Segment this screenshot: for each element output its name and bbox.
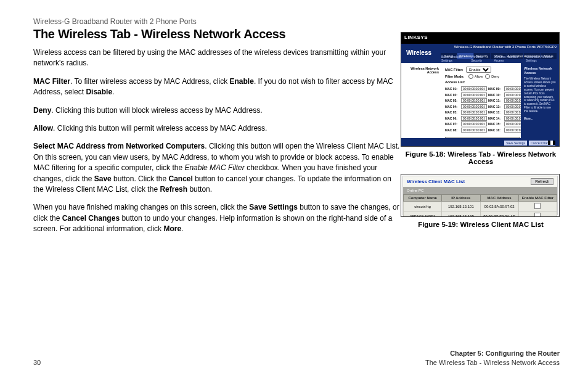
cell-mac: 00:02:8A:50:97:02 bbox=[480, 202, 518, 211]
cancel-changes-word: Cancel Changes bbox=[62, 214, 120, 223]
save-settings-button[interactable]: Save Settings bbox=[504, 141, 527, 145]
cell-name: JBEACA-W2E1 bbox=[404, 211, 442, 218]
cancel-word: Cancel bbox=[168, 174, 192, 183]
mac-row: MAC 01:MAC 09: bbox=[445, 86, 517, 91]
sub-tabs: Basic Wireless Settings Wireless Securit… bbox=[441, 55, 557, 63]
mac-label: MAC 04: bbox=[445, 105, 460, 109]
mac-filter-label-mini: MAC Filter: bbox=[445, 68, 466, 72]
text: . bbox=[181, 224, 183, 233]
client-table: Computer Name IP Address MAC Address Ena… bbox=[403, 194, 557, 217]
help-panel: Wireless Network Access The Wireless Net… bbox=[521, 63, 559, 147]
side-label-area: Wireless Network Access bbox=[401, 63, 441, 147]
mac-list-window: Wireless Client MAC List Refresh Online … bbox=[402, 176, 558, 215]
online-pc-band: Online PC bbox=[403, 187, 557, 194]
deny-label: Deny bbox=[33, 106, 51, 115]
cell-mac: 00:09:7C:F2:2A:AE bbox=[480, 211, 518, 218]
help-more-link[interactable]: More... bbox=[524, 117, 556, 121]
page: Wireless-G Broadband Router with 2 Phone… bbox=[0, 0, 588, 381]
select-label: Select MAC Address from Networked Comput… bbox=[33, 142, 205, 150]
refresh-word: Refresh bbox=[160, 185, 187, 194]
hero-banner: Wireless Wireless-G Broadband Router wit… bbox=[401, 44, 559, 63]
help-title: Wireless Network Access bbox=[524, 67, 556, 75]
allow-radio-label: Allow bbox=[475, 75, 483, 78]
footer-section: The Wireless Tab - Wireless Network Acce… bbox=[425, 358, 560, 367]
deny-paragraph: Deny. Clicking this button will block wi… bbox=[33, 105, 403, 116]
col-mac-address: MAC Address bbox=[480, 195, 518, 202]
cisco-logo-icon bbox=[548, 141, 555, 145]
finish-paragraph: When you have finished making changes on… bbox=[33, 202, 403, 234]
mac-row: MAC 02:MAC 10: bbox=[445, 92, 517, 97]
mac-row: MAC 08:MAC 16: bbox=[445, 128, 517, 133]
mac-label: MAC 05: bbox=[445, 110, 460, 114]
mac-input[interactable] bbox=[461, 86, 487, 91]
mac-label: MAC 10: bbox=[488, 93, 503, 97]
figures-column: LINKSYS Wireless Wireless-G Broadband Ro… bbox=[401, 32, 561, 237]
mac-input[interactable] bbox=[461, 121, 487, 126]
mac-label: MAC 15: bbox=[488, 122, 503, 126]
page-number: 30 bbox=[33, 359, 41, 366]
intro-paragraph: Wireless access can be filtered by using… bbox=[33, 47, 403, 69]
mac-input[interactable] bbox=[461, 104, 487, 109]
mac-input[interactable] bbox=[461, 98, 487, 103]
allow-paragraph: Allow. Clicking this button will permit … bbox=[33, 123, 403, 134]
more-word: More bbox=[163, 224, 181, 233]
mac-label: MAC 06: bbox=[445, 117, 460, 120]
mac-input[interactable] bbox=[461, 116, 487, 121]
figure-5-19-screenshot: Wireless Client MAC List Refresh Online … bbox=[401, 174, 560, 217]
mac-label: MAC 11: bbox=[488, 99, 503, 102]
figure-5-19-caption: Figure 5-19: Wireless Client MAC List bbox=[401, 221, 561, 228]
mac-input[interactable] bbox=[461, 128, 487, 133]
content-area: Wireless Network Access MAC Filter: Enab… bbox=[401, 63, 559, 147]
footer-right: Chapter 5: Configuring the Router The Wi… bbox=[425, 349, 560, 367]
model-line: Wireless-G Broadband Router with 2 Phone… bbox=[441, 45, 557, 49]
enable-word: Enable bbox=[230, 77, 254, 86]
disable-word: Disable bbox=[86, 88, 112, 96]
allow-radio[interactable] bbox=[468, 74, 473, 79]
mac-input[interactable] bbox=[461, 110, 487, 115]
mac-row: MAC 06:MAC 14: bbox=[445, 116, 517, 121]
side-label: Wireless Network Access bbox=[401, 63, 441, 78]
mac-label: MAC 08: bbox=[445, 128, 460, 132]
deny-radio[interactable] bbox=[485, 74, 490, 79]
mac-label: MAC 16: bbox=[488, 128, 503, 132]
form-area: MAC Filter: Enable Filter Mode: Allow De… bbox=[441, 63, 520, 147]
section-title: Wireless bbox=[406, 49, 431, 56]
enable-filter-checkbox[interactable] bbox=[534, 203, 541, 209]
subtab-security[interactable]: Wireless Security bbox=[471, 55, 490, 62]
enable-mac-filter-italic: Enable MAC Filter bbox=[184, 163, 244, 172]
mac-label: MAC 13: bbox=[488, 110, 503, 114]
filter-mode-label: Filter Mode: bbox=[445, 75, 466, 78]
mac-label: MAC 14: bbox=[488, 117, 503, 120]
mac-label: MAC 03: bbox=[445, 99, 460, 102]
cell-ip: 192.168.15.101 bbox=[442, 202, 480, 211]
deny-radio-label: Deny bbox=[491, 75, 499, 78]
mac-row: MAC 03:MAC 11: bbox=[445, 98, 517, 103]
col-ip-address: IP Address bbox=[442, 195, 480, 202]
text: When you have finished making changes on… bbox=[33, 203, 249, 211]
cell-checkbox bbox=[518, 211, 557, 218]
subtab-basic[interactable]: Basic Wireless Settings bbox=[441, 55, 467, 62]
subtab-advanced[interactable]: Advanced Wireless Settings bbox=[526, 55, 557, 62]
mac-input[interactable] bbox=[461, 92, 487, 97]
cell-name: ciscotsl-tg bbox=[404, 202, 442, 211]
allow-label: Allow bbox=[33, 124, 53, 133]
save-settings-word: Save Settings bbox=[249, 203, 298, 211]
save-word: Save bbox=[94, 174, 112, 183]
text: . bbox=[112, 88, 114, 96]
mac-label: MAC 01: bbox=[445, 87, 460, 91]
mac-filter-select[interactable]: Enable bbox=[466, 67, 491, 73]
mac-label: MAC 09: bbox=[488, 87, 503, 91]
table-row: ciscotsl-tg 192.168.15.101 00:02:8A:50:9… bbox=[404, 202, 557, 211]
figure-5-18-screenshot: LINKSYS Wireless Wireless-G Broadband Ro… bbox=[401, 32, 560, 147]
subtab-network-access[interactable]: Wireless Network Access bbox=[494, 55, 521, 62]
select-paragraph: Select MAC Address from Networked Comput… bbox=[33, 141, 403, 195]
linksys-brand: LINKSYS bbox=[404, 35, 428, 40]
mac-filter-paragraph: MAC Filter. To filter wireless access by… bbox=[33, 76, 403, 98]
mac-label: MAC 02: bbox=[445, 93, 460, 97]
linksys-topbar: LINKSYS bbox=[401, 33, 559, 44]
enable-filter-checkbox[interactable] bbox=[534, 213, 541, 217]
online-pc-label: Online PC bbox=[403, 189, 450, 192]
figure-5-18-caption: Figure 5-18: Wireless Tab - Wireless Net… bbox=[401, 150, 561, 165]
mac-list-refresh-button[interactable]: Refresh bbox=[531, 178, 553, 185]
text: . To filter wireless access by MAC Addre… bbox=[70, 77, 230, 86]
